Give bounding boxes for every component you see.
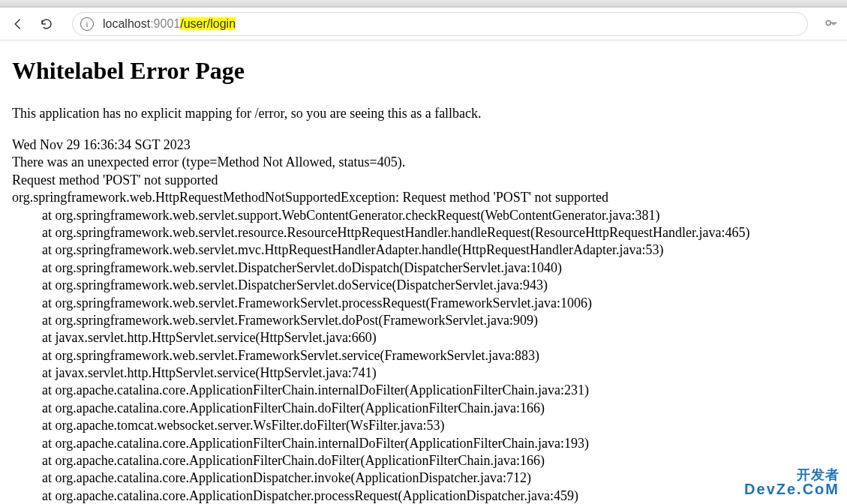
fallback-message: This application has no explicit mapping… bbox=[12, 106, 835, 122]
page-content: Whitelabel Error Page This application h… bbox=[0, 40, 847, 504]
tab-bar bbox=[0, 0, 847, 8]
back-button[interactable] bbox=[8, 14, 29, 34]
url-port: :9001 bbox=[150, 17, 180, 30]
stack-trace-line: at org.apache.catalina.core.ApplicationF… bbox=[12, 435, 835, 452]
stack-trace-line: at javax.servlet.http.HttpServlet.servic… bbox=[12, 329, 835, 346]
url-text: localhost:9001/user/login bbox=[103, 17, 800, 31]
error-exception: org.springframework.web.HttpRequestMetho… bbox=[12, 189, 835, 206]
stack-trace-line: at org.apache.tomcat.websocket.server.Ws… bbox=[12, 417, 835, 434]
error-message: Request method 'POST' not supported bbox=[12, 172, 835, 189]
watermark-line2: DevZe.CoM bbox=[744, 482, 839, 496]
browser-toolbar: i localhost:9001/user/login bbox=[0, 8, 847, 40]
stack-trace-line: at org.springframework.web.servlet.mvc.H… bbox=[12, 242, 835, 259]
stack-trace-line: at org.apache.catalina.core.ApplicationF… bbox=[12, 452, 835, 470]
stack-trace-line: at org.springframework.web.servlet.resou… bbox=[12, 224, 835, 242]
stack-trace-line: at org.springframework.web.servlet.Frame… bbox=[12, 295, 835, 312]
address-bar[interactable]: i localhost:9001/user/login bbox=[72, 12, 808, 36]
stack-trace: at org.springframework.web.servlet.suppo… bbox=[12, 207, 835, 504]
stack-trace-line: at org.apache.catalina.core.ApplicationD… bbox=[12, 470, 835, 487]
watermark: 开发者 DevZe.CoM bbox=[744, 468, 839, 496]
stack-trace-line: at javax.servlet.http.HttpServlet.servic… bbox=[12, 364, 835, 382]
stack-trace-line: at org.springframework.web.servlet.suppo… bbox=[12, 207, 835, 224]
stack-trace-line: at org.springframework.web.servlet.Frame… bbox=[12, 312, 835, 329]
stack-trace-line: at org.apache.catalina.core.ApplicationD… bbox=[12, 488, 835, 504]
stack-trace-line: at org.springframework.web.servlet.Dispa… bbox=[12, 260, 835, 277]
url-host: localhost bbox=[103, 17, 150, 30]
password-key-icon[interactable] bbox=[823, 16, 839, 32]
url-path: /user/login bbox=[180, 17, 236, 30]
stack-trace-line: at org.springframework.web.servlet.Dispa… bbox=[12, 277, 835, 294]
page-title: Whitelabel Error Page bbox=[12, 57, 835, 85]
arrow-left-icon bbox=[11, 17, 25, 31]
error-timestamp: Wed Nov 29 16:36:34 SGT 2023 bbox=[12, 136, 835, 154]
error-summary: There was an unexpected error (type=Meth… bbox=[12, 154, 835, 171]
stack-trace-line: at org.apache.catalina.core.ApplicationF… bbox=[12, 400, 835, 417]
reload-icon bbox=[40, 17, 53, 31]
stack-trace-line: at org.apache.catalina.core.ApplicationF… bbox=[12, 382, 835, 399]
stack-trace-line: at org.springframework.web.servlet.Frame… bbox=[12, 347, 835, 364]
site-info-icon[interactable]: i bbox=[80, 17, 94, 31]
watermark-line1: 开发者 bbox=[744, 468, 839, 482]
reload-button[interactable] bbox=[36, 14, 57, 34]
